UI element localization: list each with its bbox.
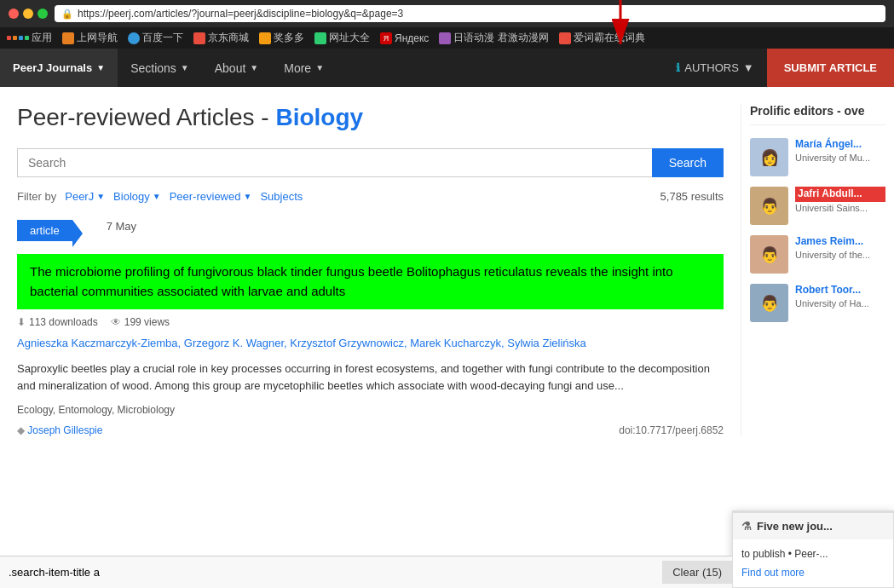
- sidebar-title: Prolific editors - ove: [750, 104, 885, 125]
- editor-avatar-3: 👨: [750, 235, 788, 274]
- bookmark-jdd-label: 奖多多: [274, 31, 304, 45]
- bookmark-jd-label: 京东商城: [208, 31, 249, 45]
- article-footer: ◆ Joseph Gillespie doi:10.7717/peerj.685…: [17, 424, 724, 436]
- editor-item-4: 👨 Robert Toor... University of Ha...: [750, 284, 885, 322]
- bookmark-yandex[interactable]: Я Яндекс: [380, 32, 429, 44]
- arrow-annotation: [595, 0, 646, 66]
- article-doi: doi:10.7717/peerj.6852: [619, 424, 724, 436]
- editor-item-1: 👩 María Ángel... University of Mu...: [750, 138, 885, 176]
- editor-name-1[interactable]: María Ángel...: [795, 138, 885, 152]
- title-highlight: Biology: [275, 104, 363, 130]
- submit-article-button[interactable]: SUBMIT ARTICLE: [767, 49, 894, 87]
- filter-label: Filter by: [17, 190, 56, 203]
- main-content: Peer-reviewed Articles - Biology Search …: [0, 87, 894, 453]
- article-title[interactable]: The microbiome profiling of fungivorous …: [17, 254, 724, 309]
- editor-item-2: 👨 Jafri Abdull... Universiti Sains...: [750, 187, 885, 225]
- results-count: 5,785 results: [660, 190, 724, 203]
- lock-icon: 🔒: [61, 9, 73, 20]
- article-date: 7 May: [107, 220, 136, 233]
- about-label: About: [215, 61, 246, 75]
- left-panel: Peer-reviewed Articles - Biology Search …: [0, 104, 741, 436]
- brand-chevron-icon: ▼: [96, 63, 105, 72]
- authors-label: AUTHORS: [684, 61, 739, 74]
- editor-avatar-1: 👩: [750, 138, 788, 176]
- article-container: article 7 May The microbiome profiling o…: [17, 220, 724, 436]
- filter-peerj[interactable]: PeerJ ▼: [65, 190, 105, 203]
- biology-chevron-icon: ▼: [153, 192, 161, 201]
- bookmark-jd[interactable]: 京东商城: [193, 31, 249, 45]
- filter-peer-reviewed[interactable]: Peer-reviewed ▼: [170, 190, 252, 203]
- more-label: More: [284, 61, 311, 75]
- editor-info-3: James Reim... University of the...: [795, 235, 885, 261]
- editor-info-1: María Ángel... University of Mu...: [795, 138, 885, 164]
- close-btn[interactable]: [9, 9, 19, 19]
- browser-buttons: [9, 9, 48, 19]
- editor-name-4[interactable]: Robert Toor...: [795, 284, 885, 297]
- bookmark-apps[interactable]: 应用: [7, 31, 52, 45]
- right-panel: Prolific editors - ove 👩 María Ángel... …: [741, 104, 894, 436]
- sections-label: Sections: [130, 61, 176, 75]
- info-icon: ℹ: [676, 61, 680, 74]
- bookmark-jiangduoduo[interactable]: 奖多多: [259, 31, 304, 45]
- editor-item-3: 👨 James Reim... University of the...: [750, 235, 885, 274]
- bookmarks-bar: 应用 上网导航 百度一下 京东商城 奖多多 网址大全 Я Яндекс 日语动漫…: [0, 27, 894, 49]
- search-input[interactable]: [17, 148, 652, 177]
- article-authors[interactable]: Agnieszka Kaczmarczyk-Ziemba, Grzegorz K…: [17, 335, 724, 352]
- bookmark-nav-label: 上网导航: [77, 31, 118, 45]
- bookmark-wz-label: 网址大全: [329, 31, 370, 45]
- article-tag: article: [17, 220, 72, 241]
- more-chevron-icon: ▼: [315, 63, 324, 72]
- peerj-chevron-icon: ▼: [96, 192, 105, 201]
- url-text: https://peerj.com/articles/?journal=peer…: [78, 8, 403, 20]
- brand-label: PeerJ Journals: [13, 61, 92, 74]
- address-bar[interactable]: 🔒 https://peerj.com/articles/?journal=pe…: [55, 5, 885, 22]
- bookmark-baidu-label: 百度一下: [142, 31, 183, 45]
- page-title: Peer-reviewed Articles - Biology: [17, 104, 724, 131]
- editor-avatar-4: 👨: [750, 284, 788, 322]
- filter-subjects[interactable]: Subjects: [260, 190, 303, 203]
- editor-affil-2: Universiti Sains...: [795, 202, 885, 214]
- nav-more[interactable]: More ▼: [271, 49, 337, 87]
- minimize-btn[interactable]: [23, 9, 33, 19]
- editor-info-2: Jafri Abdull... Universiti Sains...: [795, 187, 885, 214]
- authors-chevron-icon: ▼: [743, 61, 754, 74]
- nav-about[interactable]: About ▼: [202, 49, 272, 87]
- filter-biology[interactable]: Biology ▼: [113, 190, 161, 203]
- article-subject-tags: Ecology, Entomology, Microbiology: [17, 404, 724, 416]
- bookmark-baidu[interactable]: 百度一下: [128, 31, 183, 45]
- browser-chrome: 🔒 https://peerj.com/articles/?journal=pe…: [0, 0, 894, 27]
- views-count: 199 views: [124, 316, 170, 328]
- search-bar: Search: [17, 148, 724, 177]
- bookmark-apps-label: 应用: [32, 31, 52, 45]
- bookmark-wangzhi[interactable]: 网址大全: [314, 31, 370, 45]
- sections-chevron-icon: ▼: [181, 63, 189, 72]
- bookmark-nav[interactable]: 上网导航: [62, 31, 118, 45]
- editor-name: ◆ Joseph Gillespie: [17, 424, 102, 436]
- title-prefix: Peer-reviewed Articles: [17, 104, 255, 130]
- peer-reviewed-chevron-icon: ▼: [243, 192, 251, 201]
- bookmark-anime[interactable]: 日语动漫 君激动漫网: [439, 31, 548, 45]
- editor-name-2[interactable]: Jafri Abdull...: [795, 187, 885, 202]
- editor-affil-4: University of Ha...: [795, 297, 885, 309]
- editor-affil-1: University of Mu...: [795, 152, 885, 164]
- views-icon: 👁: [111, 316, 121, 328]
- editor-avatar-2: 👨: [750, 187, 788, 225]
- bookmark-yandex-label: Яндекс: [395, 32, 429, 44]
- editor-affil-3: University of the...: [795, 249, 885, 261]
- nav-brand[interactable]: PeerJ Journals ▼: [0, 49, 118, 87]
- nav-sections[interactable]: Sections ▼: [118, 49, 202, 87]
- downloads-stat: ⬇ 113 downloads: [17, 316, 98, 328]
- search-button[interactable]: Search: [652, 148, 724, 177]
- title-dash: -: [261, 104, 275, 130]
- editor-info-4: Robert Toor... University of Ha...: [795, 284, 885, 309]
- editor-name-3[interactable]: James Reim...: [795, 235, 885, 249]
- submit-label: SUBMIT ARTICLE: [784, 61, 877, 74]
- bookmark-anime-label: 日语动漫 君激动漫网: [453, 31, 548, 45]
- download-icon: ⬇: [17, 316, 26, 328]
- maximize-btn[interactable]: [37, 9, 48, 19]
- views-stat: 👁 199 views: [111, 316, 170, 328]
- article-abstract: Saproxylic beetles play a crucial role i…: [17, 360, 724, 396]
- nav-authors[interactable]: ℹ AUTHORS ▼: [663, 49, 766, 87]
- nav-bar: PeerJ Journals ▼ Sections ▼ About ▼ More…: [0, 49, 894, 87]
- filter-bar: Filter by PeerJ ▼ Biology ▼ Peer-reviewe…: [17, 190, 724, 203]
